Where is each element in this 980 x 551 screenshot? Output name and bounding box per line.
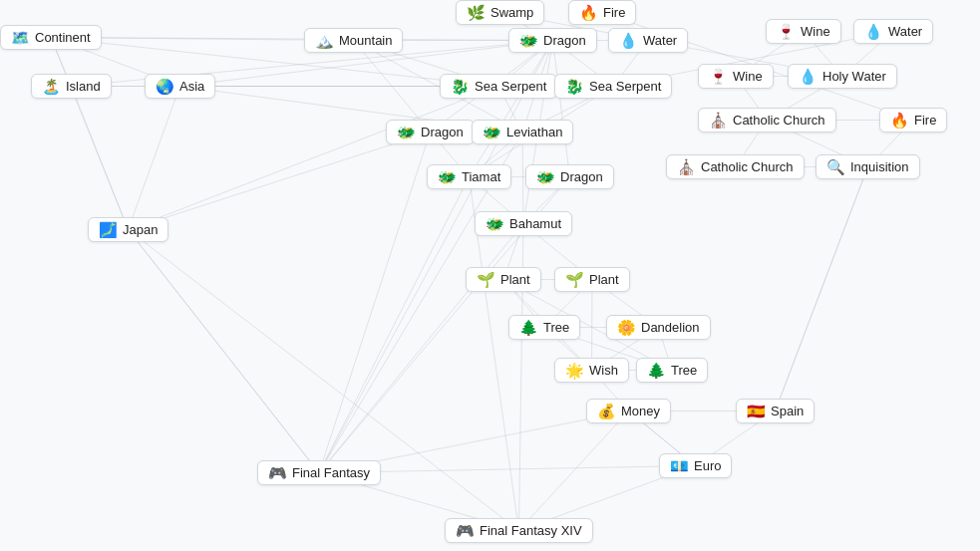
node-icon-inquisition: 🔍 [826,159,845,174]
node-icon-plant2: 🌱 [565,272,584,287]
node-holy_water[interactable]: 💧Holy Water [788,64,897,89]
node-label-final_fantasy: Final Fantasy [292,465,370,480]
node-label-swamp: Swamp [490,5,533,20]
node-icon-dragon3: 🐲 [536,169,555,184]
node-label-wish: Wish [589,363,618,378]
node-fire1[interactable]: 🔥Fire [568,0,636,25]
node-water1[interactable]: 💧Water [608,28,688,53]
node-tree1[interactable]: 🌲Tree [508,315,580,340]
node-label-island: Island [66,79,101,94]
node-plant2[interactable]: 🌱Plant [554,267,630,292]
node-continent[interactable]: 🗺️Continent [0,25,102,50]
node-final_fantasy_xiv[interactable]: 🎮Final Fantasy XIV [445,518,593,543]
node-catholic_church1[interactable]: ⛪Catholic Church [698,108,836,133]
node-label-plant2: Plant [589,272,619,287]
node-label-mountain: Mountain [339,33,392,48]
node-icon-catholic_church2: ⛪ [677,159,696,174]
node-wine1[interactable]: 🍷Wine [766,19,841,44]
node-icon-money: 💰 [597,404,616,418]
node-label-water2: Water [888,24,922,39]
node-catholic_church2[interactable]: ⛪Catholic Church [666,154,805,179]
node-label-asia: Asia [179,79,204,94]
node-icon-continent: 🗺️ [11,30,30,45]
node-water2[interactable]: 💧Water [853,19,933,44]
node-icon-leviathan: 🐲 [483,125,501,139]
node-icon-mountain: 🏔️ [315,33,334,48]
node-icon-fire2: 🔥 [890,113,909,128]
node-final_fantasy[interactable]: 🎮Final Fantasy [257,460,381,485]
node-inquisition[interactable]: 🔍Inquisition [816,154,920,179]
node-icon-water2: 💧 [864,24,883,39]
node-label-catholic_church2: Catholic Church [701,159,794,174]
node-dragon3[interactable]: 🐲Dragon [525,164,614,189]
node-label-inquisition: Inquisition [850,159,909,174]
node-label-tree2: Tree [671,363,697,378]
node-label-dragon1: Dragon [543,33,586,48]
node-plant1[interactable]: 🌱Plant [466,267,541,292]
node-label-catholic_church1: Catholic Church [733,113,825,128]
node-money[interactable]: 💰Money [586,399,671,423]
node-icon-wish: 🌟 [565,363,584,378]
node-label-dragon3: Dragon [560,169,603,184]
node-icon-swamp: 🌿 [467,5,486,20]
node-icon-dragon2: 🐲 [397,125,416,139]
node-label-dragon2: Dragon [421,125,464,139]
node-icon-catholic_church1: ⛪ [709,113,728,128]
node-fire2[interactable]: 🔥Fire [879,108,947,133]
node-wine2[interactable]: 🍷Wine [698,64,774,89]
node-tree2[interactable]: 🌲Tree [636,358,708,383]
node-sea_serpent1[interactable]: 🐉Sea Serpent [440,74,557,99]
node-asia[interactable]: 🌏Asia [145,74,215,99]
node-label-fire1: Fire [603,5,625,20]
node-icon-final_fantasy: 🎮 [268,465,287,480]
node-icon-dandelion: 🌼 [617,320,636,335]
node-label-holy_water: Holy Water [822,69,886,84]
node-label-water1: Water [643,33,677,48]
node-dragon2[interactable]: 🐲Dragon [386,120,475,144]
node-label-final_fantasy_xiv: Final Fantasy XIV [480,523,582,538]
node-mountain[interactable]: 🏔️Mountain [304,28,403,53]
node-label-tree1: Tree [543,320,569,335]
node-icon-asia: 🌏 [156,79,174,94]
node-label-plant1: Plant [500,272,530,287]
node-label-japan: Japan [123,222,158,237]
node-icon-wine1: 🍷 [777,24,796,39]
node-icon-wine2: 🍷 [709,69,728,84]
node-icon-final_fantasy_xiv: 🎮 [456,523,475,538]
node-island[interactable]: 🏝️Island [31,74,112,99]
node-spain[interactable]: 🇪🇸Spain [736,399,815,423]
node-icon-sea_serpent1: 🐉 [451,79,470,94]
node-icon-tiamat: 🐲 [438,169,457,184]
node-leviathan[interactable]: 🐲Leviathan [472,120,573,144]
node-icon-spain: 🇪🇸 [747,404,766,418]
node-euro[interactable]: 💶Euro [659,453,732,478]
node-label-sea_serpent1: Sea Serpent [475,79,546,94]
node-icon-bahamut: 🐲 [486,216,504,231]
node-label-continent: Continent [35,30,91,45]
node-wish[interactable]: 🌟Wish [554,358,629,383]
node-bahamut[interactable]: 🐲Bahamut [475,211,572,236]
node-icon-japan: 🗾 [99,222,118,237]
node-swamp[interactable]: 🌿Swamp [456,0,544,25]
node-label-tiamat: Tiamat [462,169,500,184]
node-label-bahamut: Bahamut [509,216,561,231]
node-icon-tree1: 🌲 [519,320,538,335]
node-label-leviathan: Leviathan [506,125,562,139]
node-dragon1[interactable]: 🐲Dragon [508,28,597,53]
node-japan[interactable]: 🗾Japan [88,217,168,242]
node-icon-island: 🏝️ [42,79,61,94]
node-label-dandelion: Dandelion [641,320,700,335]
node-label-euro: Euro [694,458,721,473]
node-label-money: Money [621,404,660,418]
node-sea_serpent2[interactable]: 🐉Sea Serpent [554,74,672,99]
node-label-wine2: Wine [733,69,763,84]
node-label-wine1: Wine [801,24,830,39]
node-label-fire2: Fire [914,113,936,128]
node-icon-holy_water: 💧 [799,69,817,84]
node-tiamat[interactable]: 🐲Tiamat [427,164,511,189]
node-label-sea_serpent2: Sea Serpent [589,79,661,94]
node-icon-tree2: 🌲 [647,363,666,378]
node-icon-plant1: 🌱 [477,272,495,287]
node-dandelion[interactable]: 🌼Dandelion [606,315,711,340]
node-icon-sea_serpent2: 🐉 [565,79,584,94]
